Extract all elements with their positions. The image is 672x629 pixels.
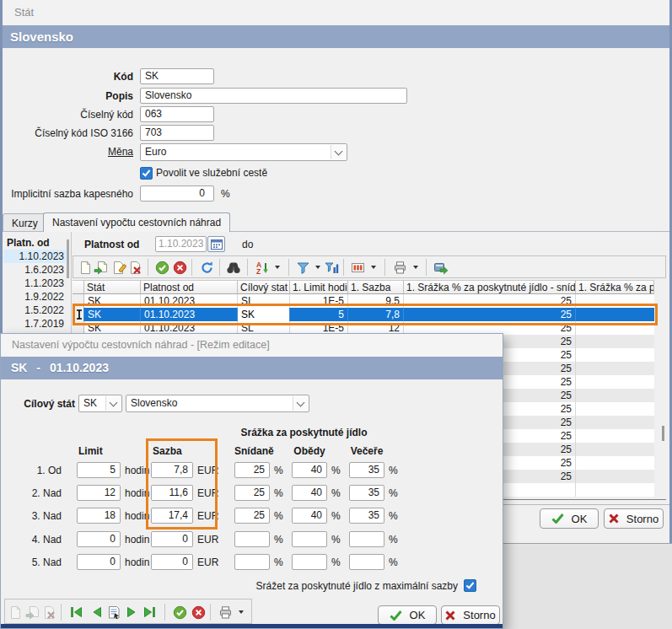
search-button[interactable] (225, 259, 242, 276)
cilovy-stat-name-combobox[interactable]: Slovensko (126, 395, 309, 412)
sidebar-scrollbar[interactable] (67, 239, 69, 278)
delete-record-button[interactable] (41, 604, 58, 621)
sidebar-item-date[interactable]: 1.7.2019 (3, 317, 66, 331)
rate-row-label: 3. Nad (13, 508, 62, 524)
obedy-field[interactable]: 40 (292, 462, 327, 478)
kapesne-field[interactable]: 0 (140, 185, 214, 202)
snidane-field[interactable] (234, 531, 270, 547)
povolit-checkbox[interactable] (140, 167, 153, 180)
obedy-field[interactable] (292, 531, 327, 547)
delete-record-button[interactable] (127, 259, 144, 276)
export-button[interactable] (433, 259, 449, 276)
sazba-field[interactable]: 0 (151, 554, 193, 570)
refresh-button[interactable] (198, 259, 215, 276)
vecere-field[interactable]: 35 (349, 485, 384, 501)
chevron-down-icon[interactable] (293, 396, 308, 411)
main-storno-button[interactable]: Storno (604, 508, 664, 529)
columns-button[interactable] (349, 259, 366, 276)
vecere-field[interactable] (349, 531, 384, 547)
previous-record-button[interactable] (88, 604, 105, 621)
obedy-field[interactable]: 40 (292, 508, 327, 524)
dialog-storno-button[interactable]: Storno (441, 605, 500, 625)
print-button[interactable] (391, 259, 408, 276)
sazba-field[interactable]: 7,8 (151, 462, 193, 478)
cancel-button[interactable] (171, 259, 188, 276)
snidane-field[interactable]: 25 (234, 508, 270, 524)
vecere-field[interactable]: 35 (349, 462, 384, 478)
ciselny-kod-field[interactable]: 063 (140, 106, 214, 122)
limit-field[interactable]: 5 (77, 462, 121, 478)
popis-field[interactable]: Slovensko (140, 88, 407, 104)
filter-button[interactable] (294, 259, 311, 276)
column-header-limit[interactable]: 1. Limit hodin (290, 280, 348, 294)
browse-records-button[interactable] (105, 604, 122, 621)
first-record-button[interactable] (67, 604, 84, 621)
vecere-field[interactable] (349, 554, 384, 570)
table-row[interactable]: SK01.10.2023SI1E-59,525 (73, 294, 654, 308)
last-record-button[interactable] (141, 604, 158, 621)
chevron-down-icon[interactable] (331, 145, 346, 159)
copy-record-button[interactable] (92, 259, 109, 276)
print-dropdown-arrow[interactable] (411, 259, 420, 276)
copy-record-button[interactable] (24, 604, 40, 621)
tab-nastaveni-nahrad[interactable]: Nastavení vypočtu cestovních náhrad (43, 212, 230, 232)
mena-combobox[interactable]: Euro (140, 143, 347, 161)
snidane-field[interactable] (234, 554, 270, 570)
column-header-cilovy[interactable]: Cílový stat (238, 280, 290, 294)
sort-button[interactable]: AZ (254, 259, 271, 276)
sidebar-item-date[interactable]: 1.1.2023 (3, 277, 66, 290)
print-button[interactable] (217, 604, 234, 621)
cilovy-stat-code-combobox[interactable]: SK (78, 395, 122, 412)
column-header-sazba[interactable]: 1. Sazba (348, 280, 404, 294)
snidane-field[interactable]: 25 (234, 462, 270, 478)
tab-kurzy[interactable]: Kurzy (3, 213, 47, 232)
confirm-button[interactable] (153, 259, 170, 276)
cancel-button[interactable] (190, 604, 207, 621)
sazba-field[interactable]: 17,4 (151, 508, 193, 524)
snidane-field[interactable]: 25 (234, 485, 270, 501)
filter-analysis-button[interactable] (323, 259, 340, 276)
edit-record-button[interactable] (110, 259, 127, 276)
sazba-field[interactable]: 11,6 (151, 485, 193, 501)
mena-label[interactable]: Měna (0, 144, 133, 160)
main-window-titlebar[interactable]: Stát (3, 0, 670, 26)
columns-dropdown-arrow[interactable] (368, 259, 378, 276)
chevron-down-icon[interactable] (105, 396, 121, 411)
filter-dropdown-arrow[interactable] (313, 259, 322, 276)
column-header-platnost[interactable]: Platnost od (141, 280, 238, 294)
limit-field[interactable]: 0 (77, 531, 121, 547)
dialog-titlebar[interactable]: Nastavení výpočtu cestovních náhrad - [R… (1, 334, 503, 357)
table-row-selected[interactable]: SK01.10.2023SK57,825 (73, 308, 654, 321)
iso-kod-field[interactable]: 703 (140, 125, 214, 141)
column-header-stat[interactable]: Stát (84, 280, 141, 294)
sidebar-item-date[interactable]: 1.9.2022 (3, 290, 66, 304)
obedy-field[interactable] (292, 554, 327, 570)
main-ok-button[interactable]: OK (540, 508, 599, 529)
kod-field[interactable]: SK (140, 68, 214, 84)
sazba-field[interactable]: 0 (151, 531, 193, 547)
srazet-checkbox[interactable] (464, 579, 476, 592)
calendar-button[interactable] (207, 236, 225, 252)
limit-field[interactable]: 18 (77, 508, 121, 524)
obedy-field[interactable]: 40 (292, 485, 327, 501)
confirm-button[interactable] (171, 604, 188, 621)
new-record-button[interactable] (77, 259, 94, 276)
focused-cell[interactable]: SK (238, 308, 290, 321)
table-scrollbar-thumb[interactable] (662, 426, 664, 441)
vecere-field[interactable]: 35 (349, 508, 384, 524)
nav-previous-icon (90, 605, 103, 619)
sidebar-item-date[interactable]: 1.10.2023 (3, 250, 66, 263)
column-header-snidane[interactable]: 1. Srážka % za poskytnuté jídlo - snídan… (404, 280, 576, 294)
dialog-ok-button[interactable]: OK (378, 605, 437, 625)
print-dropdown-arrow[interactable] (236, 604, 245, 621)
sidebar-item-date[interactable]: 1.5.2022 (3, 304, 66, 317)
percent-unit: % (274, 532, 283, 548)
column-header-pos[interactable]: 1. Srážka % za pos (576, 280, 654, 294)
next-record-button[interactable] (123, 604, 140, 621)
sort-dropdown-arrow[interactable] (272, 259, 282, 276)
limit-field[interactable]: 0 (77, 554, 121, 570)
sidebar-item-date[interactable]: 1.6.2023 (3, 263, 66, 277)
new-record-button[interactable] (7, 604, 24, 621)
limit-field[interactable]: 12 (77, 485, 121, 501)
platnost-od-field[interactable]: 1.10.2023 (155, 236, 207, 252)
